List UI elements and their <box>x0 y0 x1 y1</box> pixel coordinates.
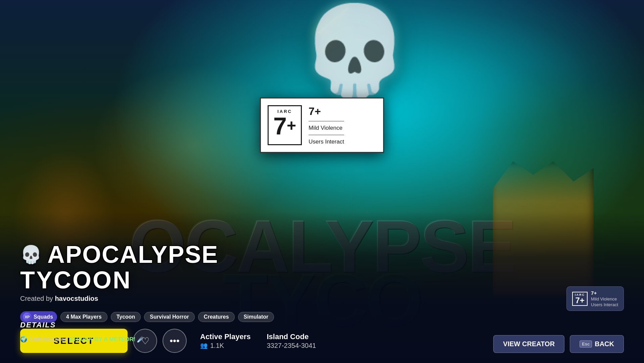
xp-icon: XP <box>23 313 32 321</box>
bottom-buttons: VIEW CREATOR Esc BACK <box>493 335 624 353</box>
iarc-age-number: 7 <box>273 114 287 138</box>
background-skull-decoration: 💀 <box>300 7 409 94</box>
created-by-prefix: Created by <box>20 295 53 302</box>
tag-simulator: Simulator <box>238 312 274 322</box>
iarc-badge-number: 7+ <box>575 296 584 305</box>
rating-details: 7+ Mild Violence Users Interact <box>309 105 344 145</box>
island-code-label: Island Code <box>267 332 316 341</box>
game-title-line2: TYCOON <box>20 268 624 292</box>
rating-age: 7+ <box>309 105 344 118</box>
iarc-box: IARC 7 + <box>268 105 302 145</box>
more-options-button[interactable]: ••• <box>163 329 187 353</box>
island-code-stat: Island Code 3327-2354-3041 <box>267 332 316 350</box>
iarc-badge-rating: 7+ <box>591 290 618 296</box>
iarc-plus-sign: + <box>287 116 296 135</box>
tag-survival-horror: Survival Horror <box>144 312 194 322</box>
iarc-badge-box: IARC 7+ <box>572 292 588 306</box>
iarc-badge-texts: 7+ Mild Violence Users Interact <box>591 290 618 307</box>
xp-text: Squads <box>34 314 53 320</box>
tags-row: XP Squads 4 Max Players Tycoon Survival … <box>20 311 624 323</box>
rating-mild-violence: Mild Violence <box>309 125 344 131</box>
tag-creatures: Creatures <box>198 312 235 322</box>
details-subtext: 🌍 Earth has been STRUCK BY A METEOR! ☄️ <box>20 336 144 343</box>
creator-line: Created by havocstudios <box>20 295 624 302</box>
players-icon: 👥 <box>200 342 208 349</box>
game-title-row: 💀 APOCALYPSE <box>20 242 624 267</box>
active-players-stat: Active Players 👥 1.1K <box>200 332 250 350</box>
rating-divider <box>309 121 344 121</box>
iarc-badge-corner: IARC 7+ 7+ Mild Violence Users Interact <box>566 286 624 311</box>
details-highlight: STRUCK BY A METEOR! <box>69 336 136 342</box>
creator-name: havocstudios <box>55 295 98 302</box>
back-button[interactable]: Esc BACK <box>570 335 624 353</box>
active-players-count: 1.1K <box>210 342 224 350</box>
skull-emoji-icon: 💀 <box>20 244 42 265</box>
iarc-badge-mild-violence: Mild Violence <box>591 296 618 301</box>
island-code-value-row: 3327-2354-3041 <box>267 342 316 350</box>
rating-divider-2 <box>309 135 344 135</box>
tag-max-players: 4 Max Players <box>60 312 107 322</box>
island-code-value: 3327-2354-3041 <box>267 342 316 350</box>
tag-tycoon: Tycoon <box>111 312 141 322</box>
active-players-label: Active Players <box>200 332 250 341</box>
title-area: 💀 APOCALYPSE TYCOON Created by havocstud… <box>20 242 624 307</box>
rating-users-interact: Users Interact <box>309 138 344 145</box>
stats-area: Active Players 👥 1.1K Island Code 3327-2… <box>200 332 316 350</box>
back-button-label: BACK <box>595 340 614 348</box>
active-players-value-row: 👥 1.1K <box>200 342 250 350</box>
iarc-badge-users-interact: Users Interact <box>591 302 618 307</box>
ellipsis-icon: ••• <box>170 335 179 346</box>
game-title-line1: APOCALYPSE <box>47 242 218 267</box>
rating-modal: IARC 7 + 7+ Mild Violence Users Interact <box>260 97 384 153</box>
details-label: DETAILS <box>20 321 56 329</box>
esc-key-badge: Esc <box>580 340 592 348</box>
view-creator-button[interactable]: VIEW CREATOR <box>493 335 564 353</box>
